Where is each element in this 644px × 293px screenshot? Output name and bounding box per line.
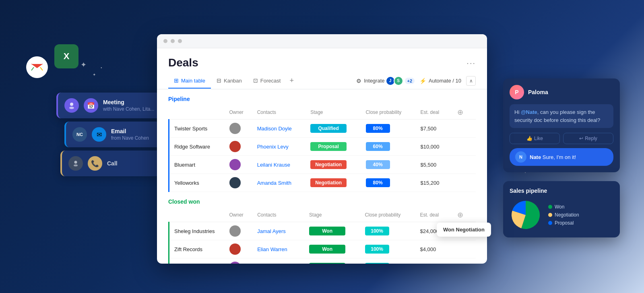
deals-title: Deals bbox=[168, 56, 198, 69]
deals-tabs: ⊞ Main table ⊟ Kanban ⊡ Forecast + ⚙ Int… bbox=[157, 72, 487, 89]
contact-link[interactable]: Leilani Krause bbox=[257, 162, 290, 168]
owner-cell bbox=[225, 156, 253, 174]
won-negotiation-label: Won Negotiation bbox=[437, 223, 491, 237]
tab-kanban[interactable]: ⊟ Kanban bbox=[211, 73, 248, 89]
closed-won-table: Owner Contacts Stage Close probability E… bbox=[168, 208, 476, 264]
paloma-name: Paloma bbox=[528, 89, 548, 95]
tab-forecast-label: Forecast bbox=[260, 78, 281, 84]
svg-point-4 bbox=[74, 165, 78, 167]
col-company bbox=[169, 105, 225, 120]
col-contacts: Contacts bbox=[253, 105, 306, 120]
contact-link-cw[interactable]: Elian Warren bbox=[257, 246, 287, 252]
more-options-button[interactable]: ··· bbox=[466, 58, 476, 68]
star-decoration-3: ● bbox=[101, 66, 102, 69]
integrate-icon: ⚙ bbox=[356, 78, 361, 84]
email-content: Email from Nave Cohen bbox=[111, 128, 155, 141]
notification-cards: 📅 Meeting with Nave Cohen, Lita... NC ✉ … bbox=[56, 93, 161, 176]
tab-forecast[interactable]: ⊡ Forecast bbox=[248, 73, 287, 89]
star-decoration-2: ✦ bbox=[93, 72, 96, 77]
col-est: Est. deal bbox=[416, 105, 450, 120]
stage-cell-cw: Won bbox=[305, 258, 361, 264]
integrate-button[interactable]: ⚙ Integrate J S +2 bbox=[356, 76, 415, 86]
owner-avatar-cw bbox=[229, 262, 241, 264]
owner-cell bbox=[225, 138, 253, 156]
email-notification[interactable]: NC ✉ Email from Nave Cohen bbox=[64, 122, 161, 147]
window-titlebar bbox=[157, 34, 487, 48]
tab-main-table-label: Main table bbox=[181, 78, 205, 84]
pipeline-row[interactable]: Ridge Software Phoenix Levy Proposal 60%… bbox=[169, 138, 476, 156]
closed-won-table-header: Owner Contacts Stage Close probability E… bbox=[169, 208, 476, 222]
est-deal-cell: $5,500 bbox=[416, 156, 450, 174]
add-column-button-cw[interactable]: ⊕ bbox=[454, 211, 466, 219]
company-cell: Twister Sports bbox=[169, 120, 225, 138]
prob-badge-cw: 100% bbox=[365, 227, 389, 235]
pipeline-row[interactable]: Twister Sports Madison Doyle Qualified 8… bbox=[169, 120, 476, 138]
pipeline-row[interactable]: Yelloworks Amanda Smith Negotiation 80% … bbox=[169, 174, 476, 192]
automate-button[interactable]: ⚡ Automate / 10 bbox=[419, 78, 461, 84]
est-deal-cell-cw: $18,100 bbox=[416, 258, 450, 264]
closed-won-section-title: Closed won bbox=[168, 198, 200, 205]
owner-avatar bbox=[229, 159, 241, 170]
stage-badge-cw: Won bbox=[309, 245, 345, 254]
stage-badge-cw: Won bbox=[309, 263, 345, 264]
pipeline-row[interactable]: Bluemart Leilani Krause Negotiation 40% … bbox=[169, 156, 476, 174]
star-decoration: ✦ bbox=[80, 60, 87, 69]
automate-icon: ⚡ bbox=[419, 78, 426, 84]
chat-actions: 👍 Like ↩ Reply bbox=[510, 133, 613, 144]
email-subtitle: from Nave Cohen bbox=[111, 135, 155, 141]
closed-won-row[interactable]: Zift Records Elian Warren Won 100% $4,00… bbox=[169, 240, 476, 258]
svg-point-3 bbox=[74, 161, 77, 164]
pipeline-panel: Sales pipeline Won Negotiation Proposal bbox=[503, 181, 620, 237]
like-button[interactable]: 👍 Like bbox=[510, 133, 560, 144]
meeting-content: Meeting with Nave Cohen, Lita... bbox=[103, 99, 155, 112]
meeting-notification[interactable]: 📅 Meeting with Nave Cohen, Lita... bbox=[56, 93, 161, 118]
collapse-button[interactable]: ∧ bbox=[466, 76, 476, 86]
col-owner: Owner bbox=[225, 105, 253, 120]
contact-link[interactable]: Madison Doyle bbox=[257, 126, 292, 132]
like-icon: 👍 bbox=[526, 136, 533, 141]
app-badge-slack: S bbox=[394, 76, 403, 86]
col-stage: Stage bbox=[306, 105, 361, 120]
company-cell: Ridge Software bbox=[169, 138, 225, 156]
closed-won-row[interactable]: Sheleg Industries Jamal Ayers Won 100% $… bbox=[169, 222, 476, 240]
contact-link[interactable]: Phoenix Levy bbox=[257, 144, 289, 150]
integrate-label: Integrate bbox=[364, 78, 384, 84]
tab-main-table[interactable]: ⊞ Main table bbox=[168, 73, 211, 89]
pie-chart bbox=[510, 199, 542, 231]
legend-negotiation: Negotiation bbox=[548, 212, 579, 218]
svg-point-1 bbox=[70, 103, 73, 106]
company-cell-cw: Sheleg Industries bbox=[169, 222, 225, 240]
won-negotiation-text: Won Negotiation bbox=[443, 227, 485, 233]
owner-avatar-cw bbox=[229, 225, 241, 237]
legend-label-negotiation: Negotiation bbox=[555, 212, 579, 218]
stage-badge: Proposal bbox=[310, 142, 347, 151]
reply-message: Sure, I'm on it! bbox=[543, 154, 576, 160]
legend-dot-won bbox=[548, 205, 552, 209]
contacts-cell-cw: Sam Spillberg bbox=[253, 258, 305, 264]
legend-dot-proposal bbox=[548, 221, 552, 225]
svg-point-2 bbox=[69, 107, 74, 109]
contact-link[interactable]: Amanda Smith bbox=[257, 180, 291, 186]
est-deal-cell: $7,500 bbox=[416, 120, 450, 138]
meeting-icon: 📅 bbox=[84, 98, 98, 113]
kanban-icon: ⊟ bbox=[217, 77, 221, 84]
col-owner-cw: Owner bbox=[225, 208, 254, 222]
reply-button[interactable]: ↩ Reply bbox=[563, 133, 613, 144]
closed-won-row[interactable]: Waissman Gallery Sam Spillberg Won 100% … bbox=[169, 258, 476, 264]
est-deal-cell: $10,000 bbox=[416, 138, 450, 156]
stage-cell: Negotiation bbox=[306, 174, 361, 192]
email-title: Email bbox=[111, 128, 155, 134]
add-column-button[interactable]: ⊕ bbox=[454, 108, 466, 116]
deals-header: Deals ··· bbox=[157, 48, 487, 69]
chat-message-bubble: Hi @Nate, can you please sign the securi… bbox=[510, 104, 613, 128]
paloma-avatar: P bbox=[510, 85, 524, 99]
pipeline-section-title: Pipeline bbox=[168, 96, 190, 102]
call-notification[interactable]: 📞 Call bbox=[60, 151, 161, 176]
contact-link-cw[interactable]: Jamal Ayers bbox=[257, 228, 286, 234]
window-dot-1 bbox=[163, 39, 167, 43]
reply-label: Reply bbox=[585, 136, 597, 141]
tab-add-button[interactable]: + bbox=[286, 72, 297, 89]
main-table-icon: ⊞ bbox=[174, 77, 179, 84]
deals-content: Pipeline Owner Contacts Stage Close prob… bbox=[157, 89, 487, 264]
call-content: Call bbox=[107, 160, 155, 167]
